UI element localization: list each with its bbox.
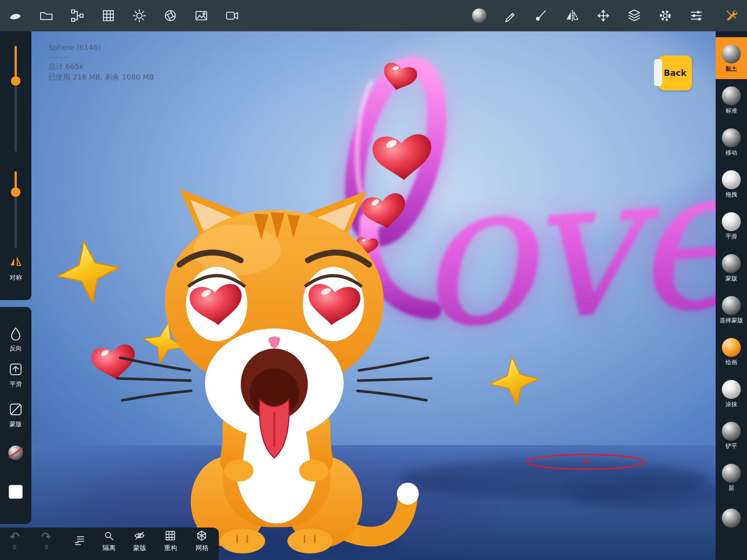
extra-sphere-icon [722,509,741,528]
redo-count: 0 [44,544,48,551]
material-disabled-button[interactable] [0,446,31,460]
undo-button[interactable]: ↶ 0 [0,530,31,551]
mesh-stats: Sphere (6146) -------- 总计 665k 已使用 216 M… [49,42,154,82]
mask-tools-panel: 反向 平滑 蒙版 [0,307,31,524]
list-icon [73,534,86,547]
wireframe-button[interactable]: 网格 [186,530,218,552]
mask-label: 蒙版 [0,420,31,428]
material-sphere-icon[interactable] [471,8,487,24]
mask-sphere-icon [722,254,741,273]
settings-gear-icon[interactable] [657,8,673,24]
scene-graph-icon[interactable] [69,8,85,24]
white-color-swatch [9,485,23,499]
move-sphere-icon [722,128,741,147]
sphere-slash-icon [8,446,23,460]
tool-paint[interactable]: 绘画 [716,331,747,373]
isolate-label: 隔离 [102,544,116,552]
mask-button[interactable]: 蒙版 [0,402,31,428]
sculpt-scene[interactable]: ove [0,31,747,560]
right-tool-sidebar: 黏土 标准 移动 拖拽 平滑 蒙版 选择蒙版 绘画 涂抹 铲平 层 [716,31,747,560]
tool-clay[interactable]: 黏土 [716,37,747,79]
nomad-sculpt-app: ove [0,0,747,560]
clay-sphere-icon [722,44,741,63]
stroke-pencil-icon[interactable] [502,8,518,24]
bottom-toolbar: ↶ 0 ↷ 0 隔离 蒙版 重构 网格 [0,528,219,560]
painting-brush-icon[interactable] [533,8,549,24]
topbar-left-group [7,8,240,24]
wireframe-hex-icon [196,530,209,543]
symmetry-mirror-icon[interactable] [564,8,580,24]
files-icon[interactable] [38,8,54,24]
invert-label: 反向 [0,344,31,353]
mask-visibility-button[interactable]: 蒙版 [123,530,156,552]
gizmo-icon[interactable] [595,8,611,24]
back-button[interactable]: Back [658,55,692,90]
redo-icon: ↷ [41,530,52,543]
standard-sphere-icon [722,86,741,105]
viewport-3d[interactable]: ove [0,31,747,560]
wireframe-label: 网格 [196,544,209,552]
redo-button[interactable]: ↷ 0 [30,530,63,551]
symmetry-toggle-icon[interactable] [8,254,23,269]
lighting-sun-icon[interactable] [131,8,147,24]
brush-intensity-knob[interactable] [11,187,20,197]
invert-button[interactable]: 反向 [0,326,31,353]
tool-layer[interactable]: 层 [716,456,747,498]
tool-smudge[interactable]: 涂抹 [716,373,747,415]
paint-sphere-icon [722,338,741,357]
scene-list-button[interactable] [63,534,96,547]
magnifier-icon [102,530,116,543]
tool-extra[interactable] [716,498,747,540]
layers-icon[interactable] [626,8,642,24]
smooth-mask-button[interactable]: 平滑 [0,362,31,388]
symmetry-label: 对称 [0,273,31,282]
background-image-icon[interactable] [193,8,209,24]
grid-icon [164,530,177,543]
brush-intensity-slider[interactable] [0,171,31,248]
tool-mask[interactable]: 蒙版 [716,247,747,289]
smooth-sphere-icon [722,212,741,231]
tools-wrench-icon[interactable] [724,8,740,24]
tool-move[interactable]: 移动 [716,121,747,163]
tool-drag[interactable]: 拖拽 [716,163,747,205]
smooth-label: 平滑 [0,380,31,388]
tool-select-mask[interactable]: 选择蒙版 [716,289,747,331]
arrow-up-box-icon [8,362,23,377]
undo-count: 0 [13,544,16,551]
isolate-button[interactable]: 隔离 [93,530,125,552]
mesh-name: Sphere (6146) [49,42,154,53]
interface-sliders-icon[interactable] [688,8,704,24]
topbar-right-group [471,8,740,24]
nomad-logo-icon[interactable] [7,8,23,24]
rebuild-button[interactable]: 重构 [154,530,187,552]
top-toolbar [0,0,747,31]
tool-flatten[interactable]: 铲平 [716,415,747,456]
droplet-icon [8,326,23,341]
stats-divider: -------- [49,53,154,61]
topology-grid-icon[interactable] [100,8,116,24]
postprocess-aperture-icon[interactable] [162,8,178,24]
undo-icon: ↶ [9,530,20,543]
drag-sphere-icon [722,170,741,189]
color-swatch-button[interactable] [0,485,31,499]
layer-sphere-icon [722,464,741,483]
flatten-sphere-icon [722,422,741,441]
rebuild-label: 重构 [164,544,177,552]
select-mask-sphere-icon [722,296,741,315]
tool-standard[interactable]: 标准 [716,79,747,121]
mask-box-icon [8,402,23,417]
eye-slash-icon [133,530,146,543]
brush-radius-slider[interactable] [0,46,31,152]
mask-label: 蒙版 [133,544,146,552]
tool-smooth[interactable]: 平滑 [716,205,747,247]
camera-icon[interactable] [224,8,240,24]
smudge-sphere-icon [722,380,741,399]
brush-radius-knob[interactable] [11,76,20,86]
brush-settings-panel: 对称 [0,31,31,300]
memory-usage: 已使用 216 MB, 剩余 1080 MB [49,72,154,82]
left-sidebar: 对称 反向 平滑 蒙版 [0,31,31,524]
vertex-count: 总计 665k [49,61,154,72]
